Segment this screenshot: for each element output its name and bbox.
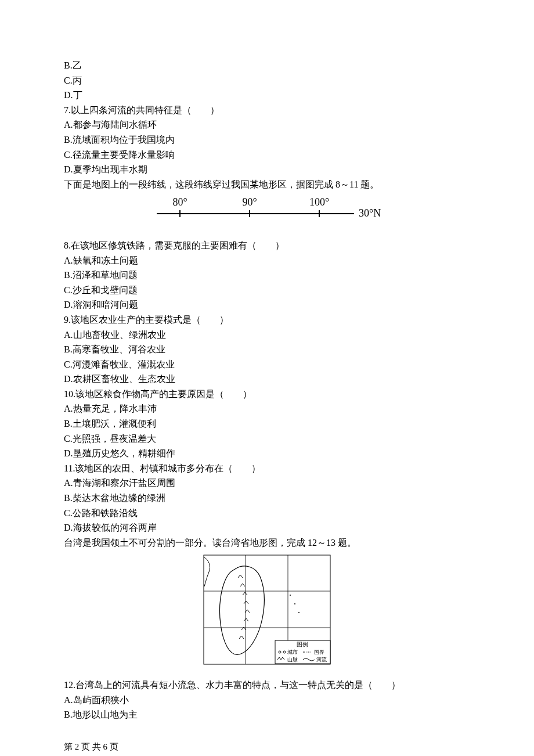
q7-option-a: A.都参与海陆间水循环: [64, 117, 470, 132]
q7-option-c: C.径流量主要受降水量影响: [64, 147, 470, 163]
q9-stem: 9.该地区农业生产的主要模式是（ ）: [64, 312, 470, 327]
q8-option-d: D.溶洞和暗河问题: [64, 297, 470, 312]
legend-title: 图例: [297, 641, 308, 647]
lead-12-13: 台湾是我国领土不可分割的一部分。读台湾省地形图，完成 12～13 题。: [64, 535, 470, 550]
q10-option-d: D.垦殖历史悠久，精耕细作: [64, 446, 470, 461]
q8-option-a: A.缺氧和冻土问题: [64, 253, 470, 268]
taiwan-map: 图例 城市 国界 山脉 河流: [64, 555, 470, 669]
q9-option-d: D.农耕区畜牧业、生态农业: [64, 372, 470, 387]
q10-option-c: C.光照强，昼夜温差大: [64, 431, 470, 447]
q10-option-a: A.热量充足，降水丰沛: [64, 401, 470, 416]
option-d: D.丁: [64, 88, 470, 103]
q11-option-c: C.公路和铁路沿线: [64, 506, 470, 521]
q9-option-a: A.山地畜牧业、绿洲农业: [64, 327, 470, 343]
tick-90: 90°: [242, 196, 257, 208]
lead-8-11: 下面是地图上的一段纬线，这段纬线穿过我国某地形区，据图完成 8～11 题。: [64, 177, 470, 192]
q7-option-d: D.夏季均出现丰水期: [64, 162, 470, 177]
tick-80: 80°: [172, 196, 187, 208]
q10-option-b: B.土壤肥沃，灌溉便利: [64, 416, 470, 431]
legend-border: 国界: [314, 649, 324, 655]
q8-stem: 8.在该地区修筑铁路，需要克服的主要困难有（ ）: [64, 238, 470, 253]
svg-point-11: [298, 612, 300, 613]
q8-option-b: B.沼泽和草地问题: [64, 268, 470, 283]
legend-mountain: 山脉: [287, 657, 298, 663]
q12-stem: 12.台湾岛上的河流具有短小流急、水力丰富的特点，与这一特点无关的是（ ）: [64, 678, 470, 693]
q9-option-c: C.河漫滩畜牧业、灌溉农业: [64, 357, 470, 372]
q7-option-b: B.流域面积均位于我国境内: [64, 132, 470, 147]
q8-option-c: C.沙丘和戈壁问题: [64, 283, 470, 298]
svg-point-9: [290, 595, 291, 596]
page-content: B.乙 C.丙 D.丁 7.以上四条河流的共同特征是（ ） A.都参与海陆间水循…: [0, 0, 534, 756]
option-b: B.乙: [64, 58, 470, 73]
q11-option-b: B.柴达木盆地边缘的绿洲: [64, 491, 470, 506]
q10-stem: 10.该地区粮食作物高产的主要原因是（ ）: [64, 387, 470, 402]
latitude-diagram: 80° 90° 100° 30°N: [64, 196, 470, 230]
q11-option-a: A.青海湖和察尔汗盐区周围: [64, 476, 470, 491]
q7-stem: 7.以上四条河流的共同特征是（ ）: [64, 103, 470, 118]
q11-option-d: D.海拔较低的河谷两岸: [64, 520, 470, 535]
lat-label: 30°N: [359, 207, 381, 219]
svg-point-10: [294, 603, 295, 604]
option-c: C.丙: [64, 73, 470, 88]
taiwan-svg: 图例 城市 国界 山脉 河流: [203, 555, 331, 665]
mountain-ridge-icon: [238, 575, 250, 639]
q12-option-a: A.岛屿面积狭小: [64, 693, 470, 708]
q11-stem: 11.该地区的农田、村镇和城市多分布在（ ）: [64, 461, 470, 476]
tick-100: 100°: [309, 196, 329, 208]
q12-option-b: B.地形以山地为主: [64, 707, 470, 722]
page-footer: 第 2 页 共 6 页: [64, 740, 470, 754]
legend-city-text: 城市: [287, 649, 298, 655]
latitude-svg: 80° 90° 100° 30°N: [145, 196, 389, 225]
legend-river: 河流: [316, 657, 327, 663]
q9-option-b: B.高寒畜牧业、河谷农业: [64, 342, 470, 357]
